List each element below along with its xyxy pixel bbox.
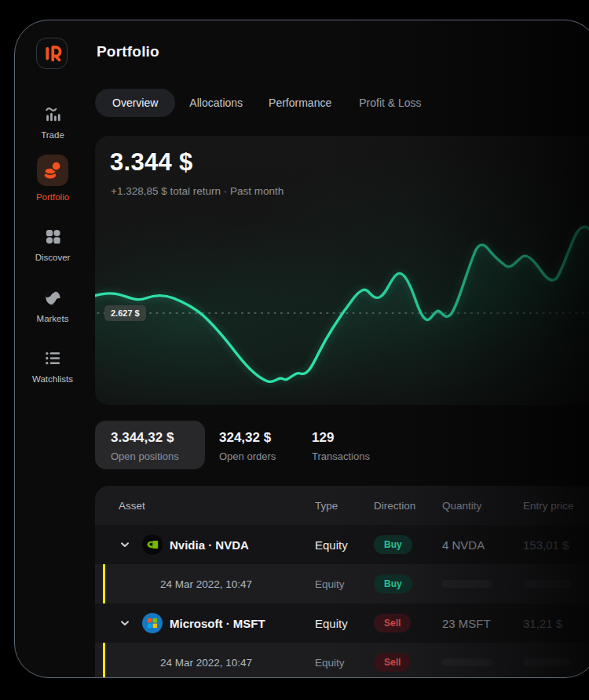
- quantity-value: 23 MSFT: [442, 617, 523, 630]
- main-content: Overview Allocations Performance Profit …: [95, 20, 589, 677]
- stat-value: 324,32 $: [219, 430, 276, 446]
- table-header-row: Asset Type Direction Quantity Entry pric…: [95, 486, 589, 525]
- column-header-type: Type: [315, 500, 374, 512]
- sidebar-label-trade: Trade: [15, 130, 90, 140]
- tab-performance[interactable]: Performance: [269, 97, 331, 109]
- quantity-placeholder: [442, 658, 492, 666]
- sidebar-item-discover[interactable]: Discover: [15, 226, 90, 262]
- sidebar-label-portfolio: Portfolio: [15, 192, 90, 202]
- table-row-microsoft[interactable]: Microsoft · MSFT Equity Sell 23 MSFT 31,…: [95, 603, 589, 643]
- stat-value: 3.344,32 $: [111, 430, 205, 446]
- entry-price-value: 153,01 $: [523, 538, 589, 552]
- column-header-direction: Direction: [374, 500, 442, 512]
- column-header-asset: Asset: [119, 500, 315, 512]
- table-subrow-nvidia-order[interactable]: 24 Mar 2022, 10:47 Equity Buy: [95, 564, 589, 603]
- chevron-down-icon[interactable]: [120, 620, 130, 626]
- asset-type: Equity: [315, 657, 374, 669]
- highlight-bar: [103, 643, 105, 677]
- grid-icon: [15, 226, 90, 246]
- asset-name: Microsoft · MSFT: [170, 617, 265, 630]
- sidebar-item-trade[interactable]: Trade: [15, 104, 90, 140]
- entry-price-placeholder: [523, 580, 572, 588]
- baseline-value-label: 2.627 $: [104, 305, 146, 321]
- nvidia-logo: [142, 534, 163, 555]
- portfolio-chart-card[interactable]: 3.344 $ +1.328,85 $ total return · Past …: [95, 136, 589, 405]
- table-row-nvidia[interactable]: Nvidia · NVDA Equity Buy 4 NVDA 153,01 $: [95, 525, 589, 564]
- total-return-subtitle: +1.328,85 $ total return · Past month: [111, 185, 284, 197]
- chevron-down-icon[interactable]: [120, 541, 130, 548]
- trade-chart-icon: [15, 104, 90, 124]
- stats-row: 3.344,32 $ Open positions 324,32 $ Open …: [95, 421, 589, 469]
- sidebar-item-portfolio[interactable]: Portfolio: [15, 155, 90, 202]
- stat-open-positions[interactable]: 3.344,32 $ Open positions: [95, 421, 205, 469]
- quantity-placeholder: [442, 580, 492, 588]
- sidebar-item-markets[interactable]: Markets: [15, 287, 90, 323]
- sidebar-label-watchlists: Watchlists: [15, 374, 90, 384]
- globe-icon: [15, 287, 90, 308]
- direction-badge-sell: Sell: [374, 614, 411, 633]
- stat-open-orders[interactable]: 324,32 $ Open orders: [219, 430, 276, 462]
- brand-r-icon: [38, 40, 65, 67]
- direction-badge-sell: Sell: [374, 653, 411, 672]
- highlight-bar: [103, 564, 105, 603]
- microsoft-logo: [142, 613, 163, 633]
- sidebar-label-discover: Discover: [15, 253, 90, 262]
- quantity-value: 4 NVDA: [442, 538, 523, 552]
- tab-allocations[interactable]: Allocations: [189, 97, 243, 109]
- asset-type: Equity: [315, 538, 374, 552]
- entry-price-placeholder: [523, 658, 572, 666]
- column-header-entry-price: Entry price: [523, 500, 589, 512]
- total-value: 3.344 $: [110, 148, 193, 177]
- direction-badge-buy: Buy: [374, 574, 412, 593]
- direction-badge-buy: Buy: [374, 535, 412, 554]
- tab-overview[interactable]: Overview: [95, 89, 175, 117]
- sidebar-item-watchlists[interactable]: Watchlists: [15, 348, 90, 384]
- tab-bar: Overview Allocations Performance Profit …: [95, 89, 422, 117]
- sidebar-label-markets: Markets: [15, 314, 90, 323]
- asset-type: Equity: [315, 617, 374, 630]
- asset-type: Equity: [315, 578, 374, 590]
- app-logo[interactable]: [36, 38, 68, 69]
- positions-table: Asset Type Direction Quantity Entry pric…: [95, 486, 589, 677]
- portfolio-icon-background: [37, 155, 68, 186]
- coins-icon: [37, 155, 68, 186]
- stat-transactions[interactable]: 129 Transactions: [312, 430, 370, 462]
- order-date: 24 Mar 2022, 10:47: [160, 578, 252, 590]
- stat-label: Open orders: [219, 450, 276, 462]
- app-window: Portfolio Trade Portfolio: [14, 20, 589, 678]
- entry-price-value: 31,21 $: [523, 617, 589, 630]
- stat-label: Transactions: [312, 450, 370, 462]
- stat-value: 129: [312, 430, 370, 446]
- asset-name: Nvidia · NVDA: [170, 538, 249, 552]
- list-icon: [15, 348, 90, 368]
- order-date: 24 Mar 2022, 10:47: [160, 657, 252, 669]
- tab-profit-loss[interactable]: Profit & Loss: [359, 97, 421, 109]
- stat-label: Open positions: [111, 450, 205, 462]
- column-header-quantity: Quantity: [442, 500, 523, 512]
- table-subrow-microsoft-order[interactable]: 24 Mar 2022, 10:47 Equity Sell: [95, 643, 589, 677]
